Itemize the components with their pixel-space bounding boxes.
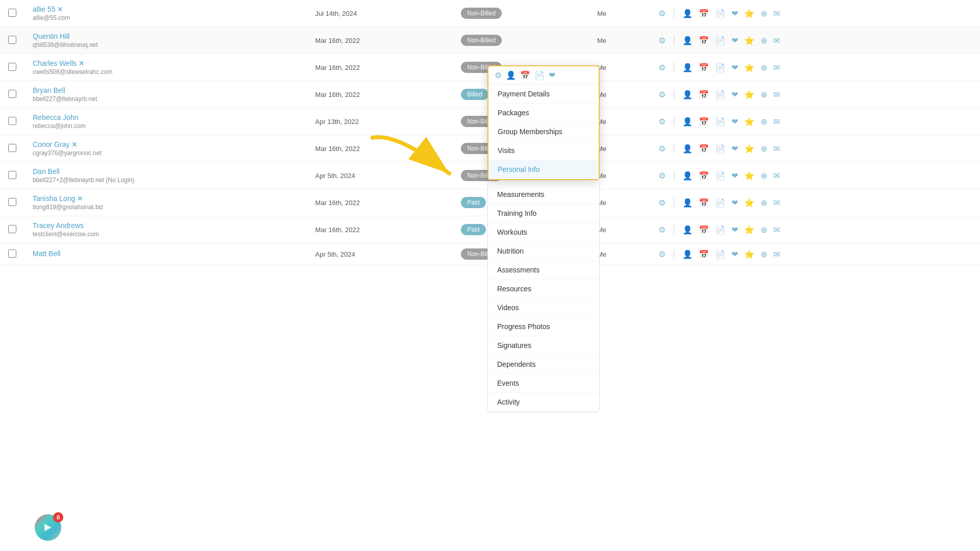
- client-name-link[interactable]: Charles Wells ✕: [33, 59, 85, 67]
- plus-circle-action-icon[interactable]: ⊕: [761, 249, 767, 259]
- plus-circle-action-icon[interactable]: ⊕: [761, 90, 767, 99]
- dropdown-extended-item[interactable]: Assessments: [488, 261, 599, 280]
- row-checkbox[interactable]: [8, 36, 16, 44]
- document-action-icon[interactable]: 📄: [715, 225, 725, 235]
- gear-action-icon[interactable]: ⚙: [658, 198, 666, 208]
- mail-action-icon[interactable]: ✉: [773, 63, 780, 72]
- spectrum-app-icon[interactable]: 8: [35, 514, 61, 541]
- user-action-icon[interactable]: 👤: [682, 198, 693, 208]
- gear-action-icon[interactable]: ⚙: [658, 9, 666, 18]
- user-action-icon[interactable]: 👤: [682, 63, 693, 72]
- row-checkbox[interactable]: [8, 117, 16, 125]
- document-action-icon[interactable]: 📄: [715, 144, 725, 154]
- heart-action-icon[interactable]: ❤: [731, 36, 738, 45]
- dropdown-item[interactable]: Packages: [488, 104, 599, 122]
- dropdown-extended-item[interactable]: Workouts: [488, 223, 599, 242]
- heart-action-icon[interactable]: ❤: [731, 249, 738, 259]
- calendar-action-icon[interactable]: 📅: [699, 198, 709, 208]
- row-checkbox[interactable]: [8, 90, 16, 98]
- gear-action-icon[interactable]: ⚙: [658, 36, 666, 45]
- document-action-icon[interactable]: 📄: [715, 117, 725, 127]
- document-icon[interactable]: 📄: [534, 70, 545, 80]
- plus-circle-action-icon[interactable]: ⊕: [761, 117, 767, 127]
- plus-circle-action-icon[interactable]: ⊕: [761, 225, 767, 235]
- row-checkbox[interactable]: [8, 171, 16, 179]
- dropdown-extended-item[interactable]: Events: [488, 374, 599, 393]
- user-action-icon[interactable]: 👤: [682, 117, 693, 127]
- user-action-icon[interactable]: 👤: [682, 171, 693, 181]
- client-name-link[interactable]: Rebecca John: [33, 113, 79, 121]
- dropdown-extended-item[interactable]: Progress Photos: [488, 317, 599, 336]
- heart-action-icon[interactable]: ❤: [731, 198, 738, 208]
- client-name-link[interactable]: Quentin Hill: [33, 32, 69, 40]
- mail-action-icon[interactable]: ✉: [773, 171, 780, 181]
- document-action-icon[interactable]: 📄: [715, 63, 725, 72]
- star-action-icon[interactable]: ⭐: [744, 63, 754, 72]
- dropdown-extended-item[interactable]: Videos: [488, 298, 599, 317]
- mail-action-icon[interactable]: ✉: [773, 117, 780, 127]
- star-action-icon[interactable]: ⭐: [744, 198, 754, 208]
- plus-circle-action-icon[interactable]: ⊕: [761, 36, 767, 45]
- gear-icon[interactable]: ⚙: [495, 70, 502, 80]
- mail-action-icon[interactable]: ✉: [773, 36, 780, 45]
- user-action-icon[interactable]: 👤: [682, 36, 693, 45]
- star-action-icon[interactable]: ⭐: [744, 90, 754, 99]
- gear-action-icon[interactable]: ⚙: [658, 225, 666, 235]
- calendar-action-icon[interactable]: 📅: [699, 36, 709, 45]
- star-action-icon[interactable]: ⭐: [744, 36, 754, 45]
- plus-circle-action-icon[interactable]: ⊕: [761, 198, 767, 208]
- heart-action-icon[interactable]: ❤: [731, 90, 738, 99]
- star-action-icon[interactable]: ⭐: [744, 225, 754, 235]
- user-action-icon[interactable]: 👤: [682, 249, 693, 259]
- calendar-action-icon[interactable]: 📅: [699, 144, 709, 154]
- dropdown-extended-item[interactable]: Signatures: [488, 336, 599, 355]
- document-action-icon[interactable]: 📄: [715, 249, 725, 259]
- dropdown-extended-item[interactable]: Nutrition: [488, 242, 599, 261]
- heart-action-icon[interactable]: ❤: [731, 144, 738, 154]
- dropdown-item[interactable]: Group Memberships: [488, 122, 599, 141]
- gear-action-icon[interactable]: ⚙: [658, 117, 666, 127]
- calendar-action-icon[interactable]: 📅: [699, 117, 709, 127]
- heart-action-icon[interactable]: ❤: [731, 9, 738, 18]
- plus-circle-action-icon[interactable]: ⊕: [761, 171, 767, 181]
- document-action-icon[interactable]: 📄: [715, 36, 725, 45]
- user-action-icon[interactable]: 👤: [682, 90, 693, 99]
- calendar-action-icon[interactable]: 📅: [699, 225, 709, 235]
- document-action-icon[interactable]: 📄: [715, 9, 725, 18]
- client-name-link[interactable]: Conor Gray ✕: [33, 140, 78, 148]
- star-action-icon[interactable]: ⭐: [744, 9, 754, 18]
- client-name-link[interactable]: Bryan Bell: [33, 86, 65, 94]
- star-action-icon[interactable]: ⭐: [744, 117, 754, 127]
- dropdown-extended-item[interactable]: Resources: [488, 280, 599, 298]
- plus-circle-action-icon[interactable]: ⊕: [761, 144, 767, 154]
- document-action-icon[interactable]: 📄: [715, 198, 725, 208]
- mail-action-icon[interactable]: ✉: [773, 249, 780, 259]
- star-action-icon[interactable]: ⭐: [744, 249, 754, 259]
- heart-action-icon[interactable]: ❤: [731, 225, 738, 235]
- row-checkbox[interactable]: [8, 9, 16, 17]
- mail-action-icon[interactable]: ✉: [773, 144, 780, 154]
- dropdown-item[interactable]: Personal Info: [488, 160, 599, 179]
- mail-action-icon[interactable]: ✉: [773, 198, 780, 208]
- dropdown-item[interactable]: Visits: [488, 141, 599, 160]
- star-action-icon[interactable]: ⭐: [744, 144, 754, 154]
- dropdown-extended-item[interactable]: Training Info: [488, 204, 599, 223]
- calendar-action-icon[interactable]: 📅: [699, 90, 709, 99]
- heart-action-icon[interactable]: ❤: [731, 117, 738, 127]
- client-name-link[interactable]: Tracey Andrews: [33, 221, 84, 230]
- gear-action-icon[interactable]: ⚙: [658, 63, 666, 72]
- user-action-icon[interactable]: 👤: [682, 9, 693, 18]
- mail-action-icon[interactable]: ✉: [773, 225, 780, 235]
- user-action-icon[interactable]: 👤: [682, 144, 693, 154]
- calendar-action-icon[interactable]: 📅: [699, 249, 709, 259]
- calendar-action-icon[interactable]: 📅: [699, 9, 709, 18]
- gear-action-icon[interactable]: ⚙: [658, 249, 666, 259]
- document-action-icon[interactable]: 📄: [715, 171, 725, 181]
- client-name-link[interactable]: Dan Bell: [33, 167, 60, 176]
- gear-action-icon[interactable]: ⚙: [658, 171, 666, 181]
- dropdown-extended-item[interactable]: Measurements: [488, 185, 599, 204]
- gear-action-icon[interactable]: ⚙: [658, 144, 666, 154]
- user-icon[interactable]: 👤: [506, 70, 516, 80]
- row-checkbox[interactable]: [8, 249, 16, 258]
- document-action-icon[interactable]: 📄: [715, 90, 725, 99]
